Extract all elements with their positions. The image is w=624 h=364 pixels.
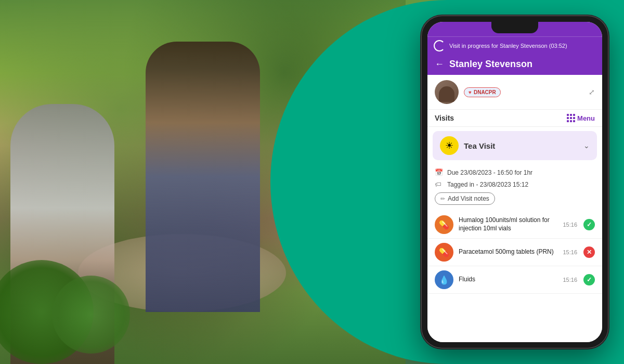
med-right-3: 15:16 ✓ <box>563 274 595 285</box>
add-visit-notes-button[interactable]: ✏ Add Visit notes <box>435 192 495 205</box>
med-info-1: Humalog 100units/ml solution for injecti… <box>459 216 557 232</box>
status-check-icon-1: ✓ <box>583 219 595 230</box>
med-name-1: Humalog 100units/ml solution for injecti… <box>459 216 557 232</box>
patient-name-header: Stanley Stevenson <box>449 59 595 70</box>
visits-section: Visits Menu ☀ Tea Visit <box>427 110 602 342</box>
medication-row-2[interactable]: 💊 Paracetamol 500mg tablets (PRN) 15:16 … <box>427 239 602 266</box>
menu-grid-icon <box>567 114 575 122</box>
due-date-text: Due 23/08/2023 - 16:50 for 1hr <box>447 169 532 176</box>
progress-spinner-icon <box>434 40 445 51</box>
visit-details: 📅 Due 23/08/2023 - 16:50 for 1hr 🏷 Tagge… <box>427 164 602 211</box>
heart-icon: ♥ <box>469 89 472 95</box>
person-left <box>10 104 114 364</box>
phone-outer-frame: Visit in progress for Stanley Stevenson … <box>421 16 608 348</box>
phone-notch <box>491 22 538 33</box>
dnacpr-label: DNACPR <box>474 89 496 95</box>
patient-card: ♥ DNACPR ⤢ <box>427 75 602 110</box>
visit-progress-bar: Visit in progress for Stanley Stevenson … <box>427 36 602 55</box>
tagged-row: 🏷 Tagged in - 23/08/2023 15:12 <box>435 178 595 190</box>
visit-name: Tea Visit <box>464 141 578 150</box>
calendar-icon: 📅 <box>435 168 443 176</box>
tag-icon: 🏷 <box>435 180 443 188</box>
med-icon-1: 💊 <box>435 215 453 234</box>
person-center <box>146 42 260 312</box>
med-info-3: Fluids <box>459 276 557 284</box>
dnacpr-badge[interactable]: ♥ DNACPR <box>464 87 501 97</box>
expand-icon[interactable]: ⤢ <box>589 88 595 96</box>
menu-button[interactable]: Menu <box>567 114 595 122</box>
med-name-3: Fluids <box>459 276 557 284</box>
menu-label: Menu <box>577 114 595 122</box>
med-icon-3: 💧 <box>435 270 453 289</box>
visit-row[interactable]: ☀ Tea Visit ⌄ <box>433 131 597 160</box>
chevron-down-icon: ⌄ <box>583 141 590 150</box>
add-notes-label: Add Visit notes <box>448 195 489 202</box>
avatar-silhouette <box>439 86 454 102</box>
med-name-2: Paracetamol 500mg tablets (PRN) <box>459 248 557 256</box>
due-date-row: 📅 Due 23/08/2023 - 16:50 for 1hr <box>435 166 595 178</box>
phone-mockup: Visit in progress for Stanley Stevenson … <box>421 16 608 348</box>
med-time-1: 15:16 <box>563 222 577 228</box>
medication-row-1[interactable]: 💊 Humalog 100units/ml solution for injec… <box>427 211 602 239</box>
visits-label: Visits <box>435 114 454 122</box>
visit-icon-symbol: ☀ <box>445 140 453 151</box>
status-check-icon-3: ✓ <box>583 274 595 285</box>
med-icon-2: 💊 <box>435 243 453 262</box>
med-time-3: 15:16 <box>563 277 577 283</box>
app-header: ← Stanley Stevenson <box>427 55 602 75</box>
phone-screen: Visit in progress for Stanley Stevenson … <box>427 22 602 342</box>
status-cross-icon-2: ✕ <box>583 246 595 258</box>
visit-sun-icon: ☀ <box>440 136 459 155</box>
visit-progress-text: Visit in progress for Stanley Stevenson … <box>449 43 567 49</box>
back-button[interactable]: ← <box>435 59 444 70</box>
med-time-2: 15:16 <box>563 249 577 255</box>
medication-row-3[interactable]: 💧 Fluids 15:16 ✓ <box>427 266 602 294</box>
med-right-2: 15:16 ✕ <box>563 246 595 258</box>
tagged-text: Tagged in - 23/08/2023 15:12 <box>447 181 528 188</box>
med-info-2: Paracetamol 500mg tablets (PRN) <box>459 248 557 256</box>
avatar <box>435 80 459 104</box>
pencil-icon: ✏ <box>440 196 445 202</box>
visits-header: Visits Menu <box>427 110 602 127</box>
med-right-1: 15:16 ✓ <box>563 219 595 230</box>
